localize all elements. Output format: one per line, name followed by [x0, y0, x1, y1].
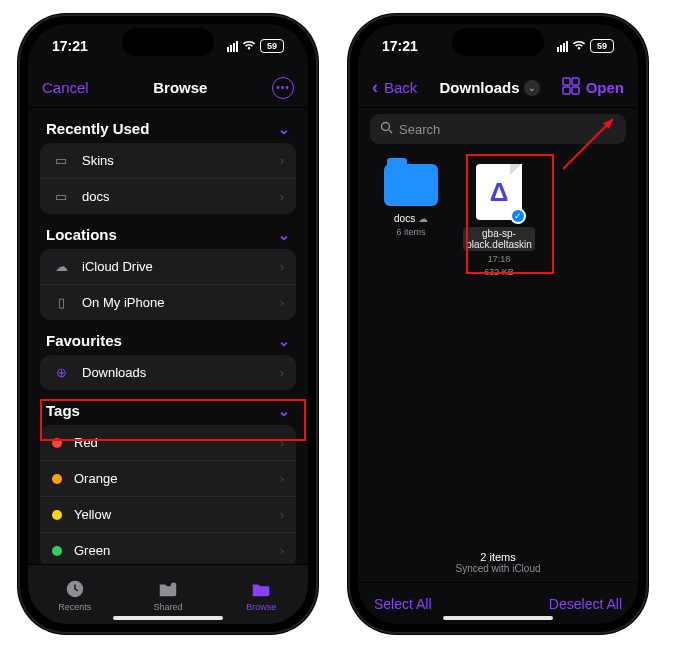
folder-icon	[384, 164, 438, 206]
tab-bar: Recents Shared Browse	[28, 564, 308, 624]
shared-folder-icon	[157, 578, 179, 600]
nav-bar: Cancel Browse •••	[28, 68, 308, 108]
cellular-icon	[227, 41, 238, 52]
folder-icon	[250, 578, 272, 600]
item-time: 17:18	[488, 254, 511, 264]
cloud-badge-icon: ☁	[418, 213, 428, 224]
location-on-my-iphone[interactable]: ▯ On My iPhone ›	[40, 285, 296, 320]
chevron-right-icon: ›	[280, 154, 284, 168]
chevron-down-icon: ⌄	[278, 333, 290, 349]
section-header-tags[interactable]: Tags ⌄	[40, 390, 296, 425]
svg-line-7	[389, 130, 392, 133]
nav-title[interactable]: Downloads ⌄	[440, 79, 540, 96]
tag-dot-icon	[52, 510, 62, 520]
svg-rect-5	[572, 87, 579, 94]
tab-recents[interactable]: Recents	[28, 565, 121, 624]
item-meta: 6 items	[396, 227, 425, 237]
dynamic-island	[122, 28, 214, 56]
section-header-favourites[interactable]: Favourites ⌄	[40, 320, 296, 355]
folder-icon: ▭	[52, 153, 70, 168]
annotation-arrow-icon	[558, 109, 628, 179]
chevron-right-icon: ›	[280, 260, 284, 274]
wifi-icon	[572, 39, 586, 53]
iphone-icon: ▯	[52, 295, 70, 310]
phone-left: 17:21 59 Cancel Browse ••• Recently Used…	[18, 14, 318, 634]
select-all-button[interactable]: Select All	[374, 596, 432, 612]
tab-browse[interactable]: Browse	[215, 565, 308, 624]
item-size: 632 KB	[484, 267, 514, 277]
tag-red[interactable]: Red›	[40, 425, 296, 461]
folder-item-docs[interactable]: docs ☁ 6 items	[376, 164, 446, 277]
tag-dot-icon	[52, 546, 62, 556]
home-indicator[interactable]	[113, 616, 223, 620]
item-name: gba-sp-black.deltaskin	[463, 227, 535, 251]
chevron-down-icon: ⌄	[278, 227, 290, 243]
download-icon: ⊕	[52, 365, 70, 380]
nav-title: Browse	[153, 79, 207, 96]
chevron-right-icon: ›	[280, 190, 284, 204]
tag-orange[interactable]: Orange›	[40, 461, 296, 497]
search-icon	[380, 121, 393, 137]
chevron-down-icon: ⌄	[278, 403, 290, 419]
tag-dot-icon	[52, 474, 62, 484]
search-placeholder: Search	[399, 122, 440, 137]
file-icon: Δ ✓	[476, 164, 522, 220]
file-item-deltaskin[interactable]: Δ ✓ gba-sp-black.deltaskin 17:18 632 KB	[464, 164, 534, 277]
section-header-locations[interactable]: Locations ⌄	[40, 214, 296, 249]
selected-check-icon: ✓	[510, 208, 526, 224]
recent-item-docs[interactable]: ▭ docs ›	[40, 179, 296, 214]
battery-icon: 59	[260, 39, 284, 53]
cellular-icon	[557, 41, 568, 52]
svg-rect-2	[563, 78, 570, 85]
phone-right: 17:21 59 ‹ Back Downloads ⌄ Open	[348, 14, 648, 634]
status-time: 17:21	[52, 38, 88, 54]
tag-green[interactable]: Green›	[40, 533, 296, 564]
wifi-icon	[242, 39, 256, 53]
footer-status: 2 items Synced with iCloud	[358, 551, 638, 574]
svg-point-1	[171, 582, 177, 588]
clock-icon	[64, 578, 86, 600]
back-button[interactable]: ‹ Back	[372, 77, 417, 98]
battery-icon: 59	[590, 39, 614, 53]
tag-yellow[interactable]: Yellow›	[40, 497, 296, 533]
folder-icon: ▭	[52, 189, 70, 204]
chevron-right-icon: ›	[280, 296, 284, 310]
svg-line-8	[563, 119, 613, 169]
more-options-icon[interactable]: •••	[272, 77, 294, 99]
chevron-down-icon: ⌄	[278, 121, 290, 137]
tag-dot-icon	[52, 438, 62, 448]
deselect-all-button[interactable]: Deselect All	[549, 596, 622, 612]
status-time: 17:21	[382, 38, 418, 54]
chevron-down-icon: ⌄	[524, 80, 540, 96]
chevron-right-icon: ›	[280, 366, 284, 380]
delta-app-icon: Δ	[490, 177, 509, 208]
open-button[interactable]: Open	[586, 79, 624, 96]
grid-view-icon[interactable]	[562, 77, 580, 98]
cloud-icon: ☁	[52, 259, 70, 274]
dynamic-island	[452, 28, 544, 56]
svg-point-6	[382, 123, 390, 131]
nav-bar: ‹ Back Downloads ⌄ Open	[358, 68, 638, 108]
svg-rect-4	[563, 87, 570, 94]
recent-item-skins[interactable]: ▭ Skins ›	[40, 143, 296, 179]
svg-rect-3	[572, 78, 579, 85]
chevron-left-icon: ‹	[372, 77, 378, 98]
item-name: docs ☁	[394, 213, 428, 224]
section-header-recent[interactable]: Recently Used ⌄	[40, 108, 296, 143]
cancel-button[interactable]: Cancel	[42, 79, 89, 96]
favourite-downloads[interactable]: ⊕ Downloads ›	[40, 355, 296, 390]
location-icloud[interactable]: ☁ iCloud Drive ›	[40, 249, 296, 285]
home-indicator[interactable]	[443, 616, 553, 620]
